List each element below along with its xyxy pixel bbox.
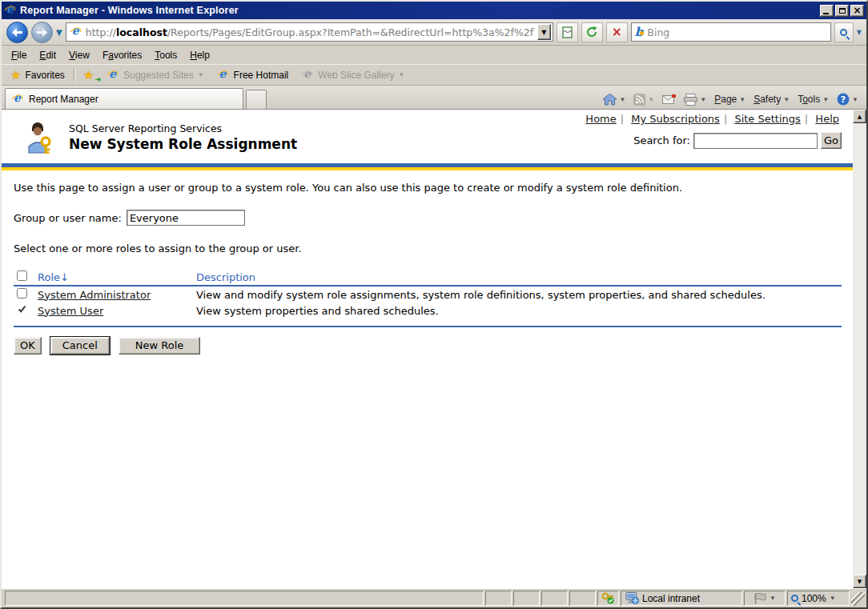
tab-report-manager[interactable]: Report Manager xyxy=(5,88,243,109)
menu-view[interactable]: View xyxy=(62,47,96,63)
page-menu-button[interactable]: Page ▼ xyxy=(714,94,745,105)
menu-edit[interactable]: Edit xyxy=(33,47,62,63)
command-bar: ▼ ▼ ▼ xyxy=(603,93,863,109)
protected-mode-panel[interactable]: ▼ xyxy=(744,591,786,606)
role-link-system-administrator[interactable]: System Administrator xyxy=(38,289,151,301)
nav-link-home[interactable]: Home xyxy=(585,113,616,125)
group-name-field-row: Group or user name: xyxy=(14,210,842,226)
status-message-panel xyxy=(5,591,484,606)
protected-mode-dropdown-icon: ▼ xyxy=(770,595,776,602)
browser-window: Report Manager - Windows Internet Explor… xyxy=(0,0,868,609)
zoom-magnifier-icon xyxy=(791,595,798,602)
key-check-icon xyxy=(601,592,615,604)
product-name: SQL Server Reporting Services xyxy=(69,122,297,134)
nav-link-my-subscriptions[interactable]: My Subscriptions xyxy=(631,113,720,125)
site-nav-links: Home| My Subscriptions| Site Settings| H… xyxy=(583,113,842,125)
new-tab-button[interactable] xyxy=(246,90,267,109)
search-go-button[interactable] xyxy=(834,22,854,42)
close-button[interactable]: × xyxy=(850,5,864,17)
address-dropdown-button[interactable]: ▼ xyxy=(537,24,551,40)
site-search-input[interactable] xyxy=(693,133,818,149)
url-text: http://localhost/Reports/Pages/EditGroup… xyxy=(86,26,534,38)
resize-grip[interactable] xyxy=(851,592,865,606)
back-button[interactable] xyxy=(6,22,28,43)
magnifier-icon xyxy=(840,29,847,36)
menu-tools[interactable]: Tools xyxy=(148,47,183,63)
menu-file[interactable]: File xyxy=(5,47,33,63)
tools-menu-button[interactable]: Tools ▼ xyxy=(798,94,829,105)
stop-button[interactable]: × xyxy=(606,22,628,42)
stop-x-icon: × xyxy=(612,26,622,38)
status-bar: Local intranet ▼ 100% ▼ xyxy=(2,588,866,607)
scroll-down-button[interactable]: ▼ xyxy=(853,575,866,588)
safety-menu-button[interactable]: Safety ▼ xyxy=(753,94,790,105)
add-favorite-arrow-icon: ➔ xyxy=(95,75,102,83)
role-link-system-user[interactable]: System User xyxy=(38,305,103,317)
tab-bar: Report Manager ▼ ▼ xyxy=(2,86,866,110)
select-all-checkbox[interactable] xyxy=(17,270,27,281)
web-slice-gallery-dropdown-icon: ▼ xyxy=(398,71,404,78)
help-dropdown-icon: ▼ xyxy=(852,96,858,103)
branding: SQL Server Reporting Services New System… xyxy=(22,122,297,156)
new-role-button[interactable]: New Role xyxy=(119,337,201,355)
minimize-button[interactable] xyxy=(820,5,834,17)
feeds-dropdown-icon: ▼ xyxy=(648,96,654,103)
home-icon xyxy=(603,94,617,106)
zoom-level: 100% xyxy=(802,593,826,604)
description-column-header[interactable]: Description xyxy=(196,271,255,283)
help-menu-button[interactable]: ? ▼ xyxy=(837,93,858,106)
intro-text: Use this page to assign a user or group … xyxy=(14,182,842,194)
role-assignment-icon xyxy=(22,122,56,156)
status-panel xyxy=(485,591,512,606)
read-mail-button[interactable] xyxy=(662,94,676,105)
page-dropdown-icon: ▼ xyxy=(739,96,745,103)
search-options-dropdown[interactable]: ▼ xyxy=(857,29,862,36)
role-description: View system properties and shared schedu… xyxy=(193,302,842,319)
window-title: Report Manager - Windows Internet Explor… xyxy=(20,5,818,16)
forward-button[interactable] xyxy=(31,22,53,43)
favorites-item-web-slice-gallery[interactable]: Web Slice Gallery ▼ xyxy=(297,67,408,83)
add-to-favorites-button[interactable]: ★ ➔ xyxy=(79,67,98,82)
group-name-label: Group or user name: xyxy=(14,212,122,224)
compatibility-view-button[interactable] xyxy=(557,22,578,42)
print-button[interactable]: ▼ xyxy=(684,94,706,106)
maximize-button[interactable] xyxy=(835,5,849,17)
safety-dropdown-icon: ▼ xyxy=(783,96,790,103)
add-favorite-star-icon: ★ xyxy=(83,69,94,81)
vertical-scrollbar[interactable]: ▲ ▼ xyxy=(853,110,866,588)
roles-table-header-row: Role↓ Description xyxy=(14,269,842,286)
menu-favorites[interactable]: Favorites xyxy=(96,47,148,63)
cancel-button[interactable]: Cancel xyxy=(50,337,110,355)
group-name-input[interactable] xyxy=(127,210,245,226)
feeds-button[interactable]: ▼ xyxy=(633,94,654,106)
recent-pages-dropdown[interactable]: ▼ xyxy=(56,28,62,37)
mail-icon xyxy=(662,94,676,105)
scroll-up-button[interactable]: ▲ xyxy=(853,110,866,123)
nav-link-site-settings[interactable]: Site Settings xyxy=(734,113,800,125)
suggested-sites-dropdown-icon: ▼ xyxy=(198,71,204,78)
go-button[interactable]: Go xyxy=(821,132,842,149)
address-toolbar: ▼ http://localhost/Reports/Pages/EditGro… xyxy=(2,19,866,46)
address-bar-input[interactable]: http://localhost/Reports/Pages/EditGroup… xyxy=(66,22,553,42)
search-box[interactable]: b Bing xyxy=(631,22,831,42)
role-checkbox-system-administrator[interactable] xyxy=(17,288,27,298)
role-column-header[interactable]: Role↓ xyxy=(38,271,69,283)
report-manager-page: Home| My Subscriptions| Site Settings| H… xyxy=(2,110,853,588)
search-watermark: Bing xyxy=(647,26,669,38)
favorites-item-suggested-sites[interactable]: Suggested Sites ▼ xyxy=(102,67,207,83)
ok-button[interactable]: OK xyxy=(14,337,42,355)
home-button[interactable]: ▼ xyxy=(603,94,625,106)
refresh-button[interactable] xyxy=(581,22,603,42)
nav-link-help[interactable]: Help xyxy=(815,113,839,125)
roles-table: Role↓ Description System Administrator V… xyxy=(14,269,842,319)
printer-icon xyxy=(684,94,697,106)
security-zone-label: Local intranet xyxy=(642,593,700,604)
page-icon xyxy=(70,26,82,38)
role-checkbox-system-user[interactable] xyxy=(17,304,27,315)
zoom-panel[interactable]: 100% ▼ xyxy=(787,591,850,606)
menu-help[interactable]: Help xyxy=(183,47,216,63)
favorites-item-free-hotmail[interactable]: Free Hotmail xyxy=(213,67,293,83)
nav-separator: | xyxy=(724,113,727,125)
help-icon: ? xyxy=(837,93,850,106)
favorites-button[interactable]: ★ Favorites xyxy=(6,67,69,82)
